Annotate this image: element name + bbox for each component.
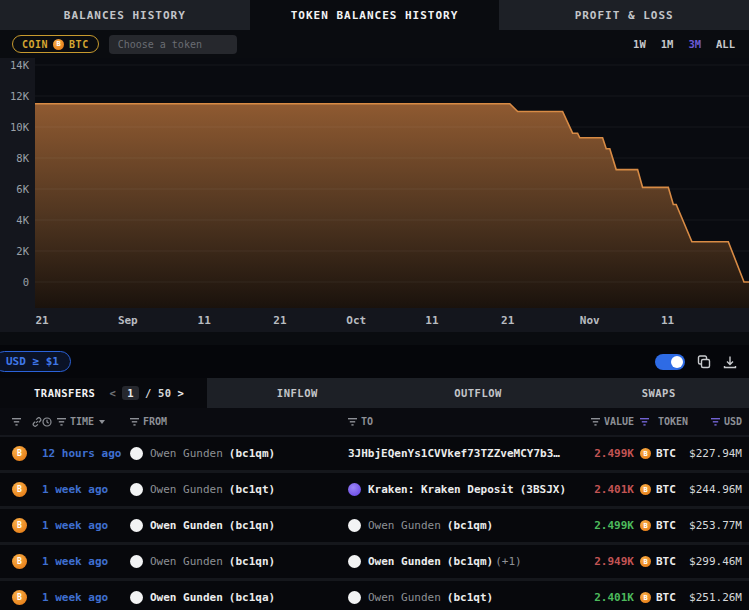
tab-profit-and-loss[interactable]: PROFIT & LOSS — [499, 0, 749, 30]
time-link[interactable]: 1 week ago — [42, 591, 108, 604]
btc-icon: B — [53, 39, 64, 50]
token-search-input[interactable] — [109, 35, 237, 54]
token-symbol[interactable]: BTC — [656, 591, 676, 604]
y-tick: 4K — [16, 214, 29, 226]
transfer-row[interactable]: B 1 week ago Owen Gunden (bc1qt) Kraken:… — [0, 473, 749, 509]
tab-label: TRANSFERS — [34, 387, 95, 399]
from-address[interactable]: (bc1qa) — [229, 591, 275, 604]
filter-icon[interactable] — [57, 418, 66, 426]
token-symbol[interactable]: BTC — [656, 483, 676, 496]
from-entity[interactable]: Owen Gunden — [150, 555, 223, 568]
y-axis: 14K 12K 10K 8K 6K 4K 2K 0 — [0, 58, 35, 308]
download-icon[interactable] — [723, 355, 737, 369]
column-label-token: TOKEN — [658, 416, 688, 427]
from-entity[interactable]: Owen Gunden — [150, 483, 223, 496]
to-address[interactable]: (bc1qt) — [447, 591, 493, 604]
header-chain-column — [0, 417, 42, 427]
range-1m[interactable]: 1M — [661, 38, 674, 50]
balance-area-chart[interactable] — [35, 58, 749, 308]
usd-value-toggle[interactable] — [655, 354, 685, 370]
copy-icon[interactable] — [697, 355, 711, 369]
to-entity[interactable]: 3JHbjEQenYs1CVVkef73TZZveMCY7b3… — [348, 447, 560, 460]
tab-label: BALANCES HISTORY — [64, 9, 186, 22]
tab-outflow[interactable]: OUTFLOW — [388, 378, 569, 408]
to-address[interactable]: (3BSJX) — [520, 483, 566, 496]
range-3m[interactable]: 3M — [688, 38, 701, 50]
transfer-row[interactable]: B 1 week ago Owen Gunden (bc1qn) Owen Gu… — [0, 545, 749, 581]
time-link[interactable]: 12 hours ago — [42, 447, 121, 460]
time-link[interactable]: 1 week ago — [42, 483, 108, 496]
from-entity[interactable]: Owen Gunden — [150, 447, 223, 460]
value-amount: 2.949K — [594, 555, 634, 568]
token-symbol[interactable]: BTC — [656, 555, 676, 568]
transfer-row[interactable]: B 1 week ago Owen Gunden (bc1qa) Owen Gu… — [0, 581, 749, 610]
owen-gunden-avatar — [130, 519, 143, 532]
time-link[interactable]: 1 week ago — [42, 555, 108, 568]
from-entity[interactable]: Owen Gunden — [150, 591, 223, 604]
sort-caret-icon[interactable] — [99, 420, 105, 424]
pagination: < 1 / 50 > — [109, 386, 184, 400]
filter-icon[interactable] — [130, 418, 139, 426]
pagination-next-icon[interactable]: > — [178, 387, 185, 399]
y-tick: 8K — [16, 152, 29, 164]
y-tick: 0 — [23, 276, 29, 288]
to-entity[interactable]: Owen Gunden — [368, 555, 441, 568]
pagination-separator: / — [145, 387, 152, 399]
to-address[interactable]: (bc1qm) — [447, 555, 493, 568]
transfer-row[interactable]: B 1 week ago Owen Gunden (bc1qn) Owen Gu… — [0, 509, 749, 545]
link-icon[interactable] — [32, 417, 42, 427]
filter-icon[interactable] — [12, 418, 21, 426]
from-address[interactable]: (bc1qn) — [229, 555, 275, 568]
to-entity[interactable]: Owen Gunden — [368, 519, 441, 532]
header-usd[interactable]: USD — [688, 416, 749, 427]
to-address[interactable]: (bc1qm) — [447, 519, 493, 532]
value-amount: 2.401K — [594, 483, 634, 496]
tab-label: SWAPS — [642, 387, 676, 399]
x-axis: 21Sep1121Oct1121Nov11 — [35, 308, 749, 332]
x-tick: 21 — [36, 314, 49, 327]
usd-filter-pill[interactable]: USD ≥ $1 — [0, 351, 71, 372]
transfers-table: B 12 hours ago Owen Gunden (bc1qm) 3JHbj… — [0, 437, 749, 610]
y-tick: 2K — [16, 245, 29, 257]
tab-label: INFLOW — [277, 387, 318, 399]
time-link[interactable]: 1 week ago — [42, 519, 108, 532]
y-tick: 12K — [10, 90, 29, 102]
header-value[interactable]: VALUE — [588, 416, 634, 427]
to-avatar — [348, 483, 361, 496]
token-symbol[interactable]: BTC — [656, 447, 676, 460]
range-1w[interactable]: 1W — [633, 38, 646, 50]
usd-value: $251.26M — [689, 591, 742, 604]
from-address[interactable]: (bc1qm) — [229, 447, 275, 460]
filter-icon-active[interactable] — [711, 418, 720, 426]
transfer-row[interactable]: B 12 hours ago Owen Gunden (bc1qm) 3JHbj… — [0, 437, 749, 473]
header-token[interactable]: TOKEN — [634, 416, 688, 427]
range-all[interactable]: ALL — [716, 38, 735, 50]
tab-balances-history[interactable]: BALANCES HISTORY — [0, 0, 250, 30]
header-to[interactable]: TO — [348, 416, 588, 427]
from-address[interactable]: (bc1qt) — [229, 483, 275, 496]
from-address[interactable]: (bc1qn) — [229, 519, 275, 532]
owen-gunden-avatar — [130, 483, 143, 496]
filter-icon-active[interactable] — [640, 418, 649, 426]
owen-gunden-avatar — [130, 447, 143, 460]
to-entity[interactable]: Owen Gunden — [368, 591, 441, 604]
token-symbol[interactable]: BTC — [656, 519, 676, 532]
header-time[interactable]: TIME — [42, 416, 130, 427]
tab-swaps[interactable]: SWAPS — [568, 378, 749, 408]
header-from[interactable]: FROM — [130, 416, 348, 427]
tab-inflow[interactable]: INFLOW — [207, 378, 388, 408]
coin-filter-pill[interactable]: COIN B BTC — [12, 35, 99, 53]
tab-token-balances-history[interactable]: TOKEN BALANCES HISTORY — [250, 0, 500, 30]
filter-icon[interactable] — [591, 418, 600, 426]
tab-transfers[interactable]: TRANSFERS < 1 / 50 > — [0, 378, 207, 408]
to-entity[interactable]: Kraken: Kraken Deposit — [368, 483, 514, 496]
filter-icon[interactable] — [348, 418, 357, 426]
from-entity[interactable]: Owen Gunden — [150, 519, 223, 532]
coin-pill-token-label: BTC — [69, 39, 89, 50]
tab-label: PROFIT & LOSS — [575, 9, 674, 22]
bitcoin-chain-icon: B — [12, 482, 27, 497]
x-tick: 11 — [661, 314, 674, 327]
x-tick: Oct — [346, 314, 366, 327]
pagination-prev-icon[interactable]: < — [109, 387, 116, 399]
pagination-current-page: 1 — [122, 386, 139, 400]
